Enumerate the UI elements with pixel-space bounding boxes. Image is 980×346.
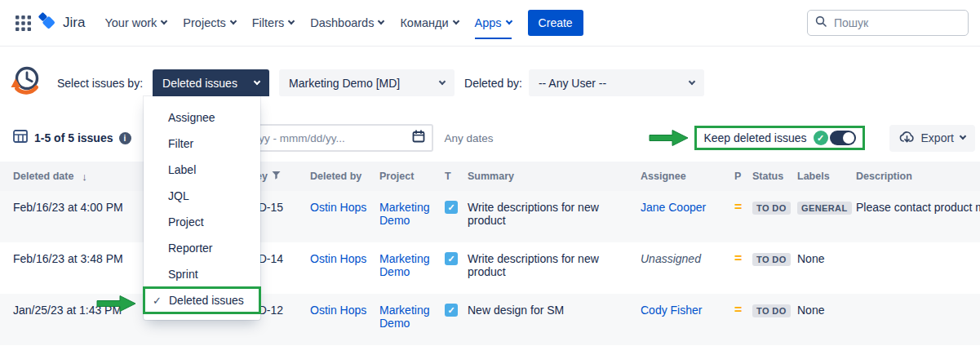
- search-box[interactable]: [807, 10, 969, 36]
- priority-medium-icon: =: [734, 303, 742, 317]
- annotation-arrow-menu: [96, 295, 137, 313]
- any-dates-label: Any dates: [445, 132, 494, 144]
- cell-summary: New design for SM: [468, 294, 641, 345]
- jira-logo-icon: [38, 11, 58, 35]
- restore-deleted-app-icon: [7, 63, 44, 104]
- create-button[interactable]: Create: [528, 10, 583, 36]
- chevron-down-icon: [254, 78, 260, 84]
- task-type-icon: ✓: [445, 252, 458, 265]
- nav-item-dashboards[interactable]: Dashboards: [302, 9, 392, 37]
- menu-item-project[interactable]: Project: [144, 209, 260, 235]
- cell-labels-none: None: [797, 242, 856, 294]
- cell-assignee-link[interactable]: Jane Cooper: [641, 201, 706, 214]
- header-deleted-by: Deleted by: [310, 162, 379, 191]
- keep-deleted-annotation-box: Keep deleted issues ✓: [694, 126, 864, 150]
- menu-item-jql[interactable]: JQL: [144, 183, 260, 209]
- chevron-down-icon: [378, 18, 384, 24]
- calendar-icon[interactable]: [412, 130, 425, 146]
- search-icon: [815, 16, 827, 30]
- toggle-pill: [830, 131, 856, 145]
- checkmark-icon: ✓: [153, 295, 163, 307]
- cell-description: Please contact product m: [856, 191, 980, 242]
- header-priority: P: [734, 162, 752, 191]
- issues-count: 1-5 of 5 issues: [34, 131, 113, 144]
- header-status: Status: [752, 162, 797, 191]
- cell-description: [856, 294, 980, 345]
- nav-item-teams[interactable]: Команди: [392, 9, 466, 37]
- jira-logo-text: Jira: [63, 15, 85, 31]
- chevron-down-icon: [439, 78, 446, 84]
- chevron-down-icon: [452, 18, 459, 24]
- priority-medium-icon: =: [734, 200, 742, 214]
- header-assignee: Assignee: [641, 162, 734, 191]
- nav-item-apps[interactable]: Apps: [467, 9, 520, 37]
- chevron-down-icon: [288, 18, 295, 24]
- filter-funnel-icon: [272, 171, 281, 182]
- project-selector-dropdown[interactable]: Marketing Demo [MD]: [279, 69, 455, 96]
- menu-item-filter[interactable]: Filter: [144, 131, 260, 157]
- task-type-icon: ✓: [445, 304, 458, 317]
- cell-project-link[interactable]: Marketing Demo: [379, 252, 429, 278]
- chevron-down-icon: [505, 18, 512, 24]
- cell-project-link[interactable]: Marketing Demo: [379, 304, 429, 330]
- status-badge: TO DO: [752, 202, 791, 215]
- menu-item-reporter[interactable]: Reporter: [144, 235, 260, 261]
- cell-summary: Write descriptions for new product: [468, 242, 641, 294]
- cloud-download-icon: [899, 131, 915, 146]
- app-switcher-icon[interactable]: [10, 10, 36, 36]
- priority-medium-icon: =: [734, 251, 742, 265]
- export-button[interactable]: Export: [889, 125, 975, 152]
- menu-item-sprint[interactable]: Sprint: [144, 261, 260, 287]
- jira-logo[interactable]: Jira: [38, 11, 85, 35]
- header-type: T: [445, 162, 468, 191]
- header-labels: Labels: [797, 162, 856, 191]
- deleted-by-user-dropdown[interactable]: -- Any User --: [529, 69, 704, 96]
- chevron-down-icon: [161, 18, 167, 24]
- cell-assignee-link[interactable]: Cody Fisher: [641, 304, 702, 317]
- top-navigation: Jira Your work Projects Filters Dashboar…: [0, 0, 980, 47]
- table-view-icon[interactable]: [13, 129, 28, 147]
- cell-labels-none: None: [797, 294, 856, 345]
- sort-descending-icon: ↓: [82, 171, 87, 183]
- cell-summary: Write descriptions for new product: [468, 191, 641, 242]
- label-badge: GENERAL: [797, 202, 852, 215]
- chevron-down-icon: [230, 18, 237, 24]
- toggle-check-icon: ✓: [814, 131, 828, 145]
- status-badge: TO DO: [752, 253, 791, 266]
- cell-deleted-by-link[interactable]: Ostin Hops: [310, 201, 366, 214]
- menu-item-assignee[interactable]: Assignee: [144, 104, 260, 131]
- chevron-down-icon: [689, 78, 695, 84]
- nav-item-projects[interactable]: Projects: [175, 9, 243, 37]
- status-badge: TO DO: [752, 304, 791, 317]
- cell-deleted-by-link[interactable]: Ostin Hops: [310, 252, 366, 265]
- menu-item-deleted-issues[interactable]: ✓ Deleted issues: [144, 287, 260, 313]
- select-issues-by-label: Select issues by:: [57, 77, 143, 90]
- cell-description: [856, 242, 980, 294]
- keep-deleted-toggle[interactable]: ✓: [814, 131, 856, 145]
- issue-selector-menu: Assignee Filter Label JQL Project Report…: [144, 96, 260, 320]
- deleted-by-label: Deleted by:: [464, 77, 522, 90]
- nav-item-filters[interactable]: Filters: [244, 9, 302, 37]
- info-icon[interactable]: i: [119, 132, 131, 144]
- task-type-icon: ✓: [445, 201, 458, 214]
- nav-item-your-work[interactable]: Your work: [96, 9, 175, 37]
- cell-project-link[interactable]: Marketing Demo: [379, 201, 429, 227]
- menu-item-label[interactable]: Label: [144, 157, 260, 183]
- annotation-arrow-toggle: [649, 129, 690, 147]
- search-input[interactable]: [832, 16, 960, 30]
- issue-selector-dropdown[interactable]: Deleted issues: [153, 69, 269, 96]
- header-description: Description: [856, 162, 980, 191]
- toggle-knob: [843, 132, 854, 144]
- cell-assignee-unassigned: Unassigned: [641, 252, 701, 265]
- keep-deleted-label: Keep deleted issues: [703, 131, 806, 144]
- cell-deleted-by-link[interactable]: Ostin Hops: [310, 304, 366, 317]
- toolbar-right-group: Keep deleted issues ✓ Export: [649, 125, 975, 152]
- chevron-down-icon: [960, 133, 966, 140]
- header-summary: Summary: [468, 162, 641, 191]
- header-project: Project: [379, 162, 445, 191]
